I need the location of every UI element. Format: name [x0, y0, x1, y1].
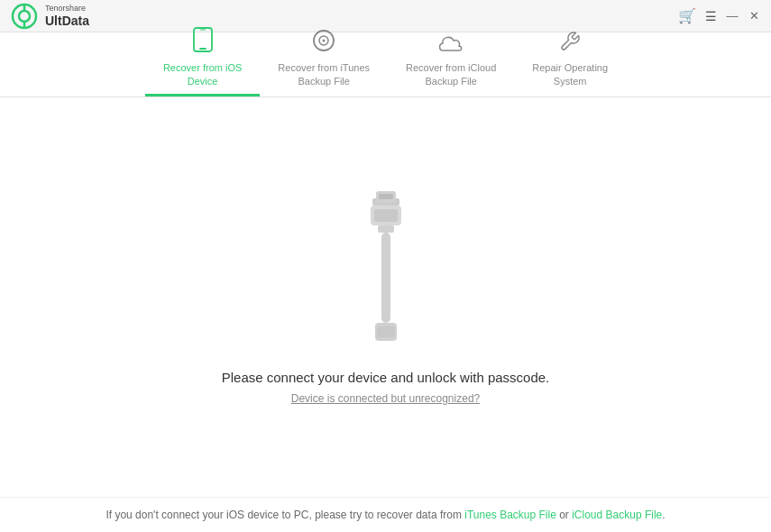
nav-itunes-label: Recover from iTunesBackup File: [278, 61, 370, 87]
svg-rect-16: [381, 233, 390, 323]
icloud-backup-link[interactable]: iCloud Backup File: [572, 509, 662, 521]
svg-point-9: [323, 40, 326, 42]
nav-ios-device-label: Recover from iOSDevice: [163, 61, 242, 87]
footer-text-before: If you don't connect your iOS device to …: [106, 509, 464, 521]
main-content: Please connect your device and unlock wi…: [0, 97, 771, 497]
repair-icon: [559, 31, 581, 58]
footer: If you don't connect your iOS device to …: [0, 497, 771, 532]
svg-rect-15: [378, 225, 394, 233]
brand-area: Tenorshare UltData: [11, 3, 89, 30]
nav-ios-device[interactable]: Recover from iOSDevice: [145, 32, 260, 96]
brand-name: Tenorshare UltData: [45, 4, 89, 29]
ios-device-icon: [193, 27, 213, 58]
nav-icloud-label: Recover from iCloudBackup File: [406, 61, 496, 87]
minimize-button[interactable]: —: [726, 10, 739, 23]
close-button[interactable]: ✕: [748, 10, 760, 23]
icloud-icon: [437, 32, 464, 58]
svg-rect-14: [374, 209, 398, 222]
app-logo: [11, 3, 38, 30]
nav-itunes[interactable]: Recover from iTunesBackup File: [260, 32, 388, 96]
cart-icon[interactable]: 🛒: [678, 7, 696, 24]
svg-rect-12: [379, 194, 393, 199]
cable-illustration: [345, 189, 427, 352]
nav-bar: Recover from iOSDevice Recover from iTun…: [0, 32, 771, 97]
window-controls: 🛒 ☰ — ✕: [678, 7, 760, 24]
nav-repair[interactable]: Repair OperatingSystem: [514, 32, 626, 96]
svg-rect-6: [200, 30, 206, 31]
footer-text-middle: or: [556, 509, 572, 521]
itunes-icon: [313, 29, 335, 58]
footer-text-after: .: [662, 509, 665, 521]
svg-point-1: [19, 11, 30, 22]
brand-top: Tenorshare: [45, 4, 89, 14]
itunes-backup-link[interactable]: iTunes Backup File: [464, 509, 556, 521]
lightning-cable-icon: [345, 189, 427, 352]
brand-bottom: UltData: [45, 14, 89, 29]
menu-icon[interactable]: ☰: [705, 9, 717, 23]
connect-message: Please connect your device and unlock wi…: [222, 370, 550, 385]
device-unrecognized-link[interactable]: Device is connected but unrecognized?: [291, 392, 480, 405]
svg-rect-18: [377, 326, 395, 337]
title-bar: Tenorshare UltData 🛒 ☰ — ✕: [0, 0, 771, 32]
svg-rect-5: [199, 48, 207, 50]
nav-repair-label: Repair OperatingSystem: [532, 61, 608, 87]
nav-icloud[interactable]: Recover from iCloudBackup File: [388, 32, 514, 96]
